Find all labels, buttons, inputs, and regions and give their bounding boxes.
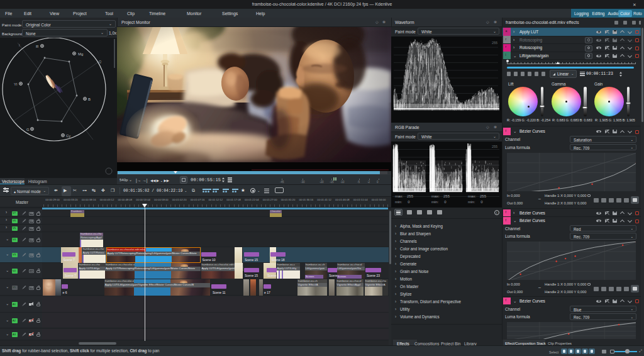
- svg-text:Mg: Mg: [78, 52, 83, 56]
- svg-text:R: R: [36, 45, 39, 48]
- svg-text:Q: Q: [99, 60, 102, 64]
- svg-text:Cy: Cy: [66, 134, 70, 138]
- svg-text:255: 255: [492, 41, 497, 45]
- svg-text:255: 255: [492, 145, 497, 148]
- svg-text:B: B: [88, 97, 91, 101]
- svg-text:Yl: Yl: [14, 82, 17, 86]
- svg-text:G: G: [26, 128, 30, 131]
